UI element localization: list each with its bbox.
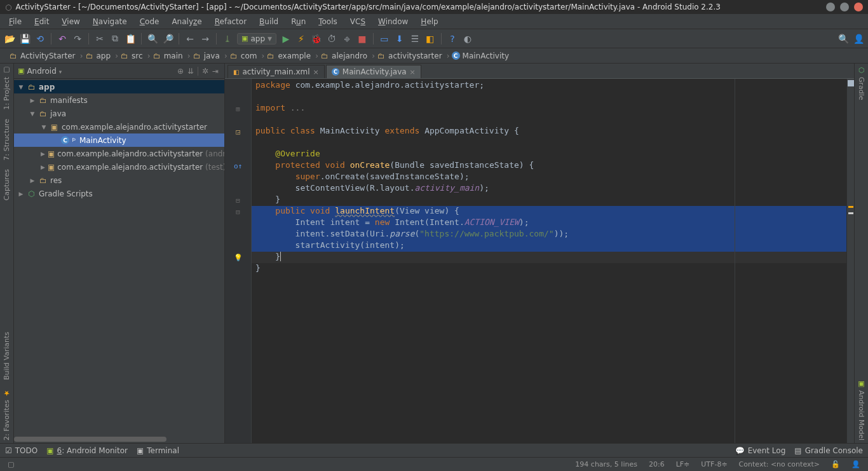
tree-node-gradle-scripts[interactable]: ▶ ⬡ Gradle Scripts xyxy=(14,187,224,200)
project-structure-icon[interactable]: ☰ xyxy=(409,33,421,44)
status-line-separator[interactable]: LF≑ xyxy=(674,460,693,468)
find-icon[interactable]: 🔍 xyxy=(147,33,158,44)
warning-mark[interactable] xyxy=(848,206,853,208)
paste-icon[interactable]: 📋 xyxy=(125,33,136,44)
tool-captures[interactable]: Captures xyxy=(3,169,11,200)
sdk-icon[interactable]: ⬇ xyxy=(394,33,405,44)
fold-icon[interactable]: ⊟ xyxy=(225,195,251,206)
menu-edit[interactable]: Edit xyxy=(29,16,54,27)
menu-window[interactable]: Window xyxy=(373,16,413,27)
error-stripe[interactable] xyxy=(846,79,854,443)
breadcrumb-item[interactable]: 🗀activitystarter xyxy=(373,51,448,61)
make-icon[interactable]: ⤓ xyxy=(222,33,233,44)
tool-event-log[interactable]: 💬Event Log xyxy=(735,446,786,455)
forward-icon[interactable]: → xyxy=(200,33,211,44)
override-gutter-icon[interactable]: o↑ xyxy=(225,160,251,172)
back-icon[interactable]: ← xyxy=(184,33,196,44)
user-icon[interactable]: 👤 xyxy=(853,33,864,44)
avd-icon[interactable]: ▭ xyxy=(379,33,390,44)
theme-icon[interactable]: ◐ xyxy=(462,33,473,44)
menu-run[interactable]: Run xyxy=(286,16,311,27)
breadcrumb-item[interactable]: 🗀java xyxy=(189,51,226,61)
menu-build[interactable]: Build xyxy=(254,16,283,27)
expand-arrow-icon[interactable]: ▼ xyxy=(29,111,36,117)
fold-icon[interactable]: ⊟ xyxy=(225,206,251,217)
tool-todo[interactable]: ☑TODO xyxy=(5,446,37,455)
breadcrumb-item[interactable]: 🗀example xyxy=(262,51,316,61)
hide-icon[interactable]: ⇥ xyxy=(210,67,220,76)
code-content[interactable]: package com.example.alejandro.activityst… xyxy=(252,79,846,443)
status-context[interactable]: Context: <no context> xyxy=(736,460,822,468)
layout-inspector-icon[interactable]: ◧ xyxy=(424,33,436,44)
menu-file[interactable]: File xyxy=(4,16,27,27)
expand-arrow-icon[interactable]: ▶ xyxy=(29,177,36,184)
menu-refactor[interactable]: Refactor xyxy=(210,16,252,27)
debug-icon[interactable]: 🐞 xyxy=(311,33,322,44)
tree-node-manifests[interactable]: ▶ 🗀 manifests xyxy=(14,93,224,107)
tool-favorites[interactable]: 2: Favorites★ xyxy=(3,389,11,440)
breadcrumb-item[interactable]: 🗀com xyxy=(226,51,263,61)
tool-terminal[interactable]: ▣Terminal xyxy=(137,446,179,455)
fold-icon[interactable]: ⊞ xyxy=(225,103,251,114)
menu-view[interactable]: View xyxy=(57,16,85,27)
project-view-dropdown[interactable]: Android ▾ xyxy=(27,67,175,76)
breadcrumb-item[interactable]: CMainActivity xyxy=(448,51,515,61)
breadcrumb-item[interactable]: 🗀ActivityStarter xyxy=(5,51,81,61)
lock-icon[interactable]: 🔓 xyxy=(829,460,843,468)
tree-node-java[interactable]: ▼ 🗀 java xyxy=(14,107,224,120)
breadcrumb-item[interactable]: 🗀alejandro xyxy=(316,51,373,61)
hector-icon[interactable]: 👤 xyxy=(849,460,863,468)
expand-arrow-icon[interactable]: ▼ xyxy=(41,124,47,130)
expand-arrow-icon[interactable]: ▶ xyxy=(41,151,45,157)
run-config-dropdown[interactable]: ▣ app ▼ xyxy=(237,33,276,44)
replace-icon[interactable]: 🔎 xyxy=(162,33,173,44)
tool-project[interactable]: 1: Project▢ xyxy=(3,66,11,110)
horizontal-scrollbar[interactable] xyxy=(14,437,166,442)
menu-help[interactable]: Help xyxy=(416,16,443,27)
breadcrumb-item[interactable]: 🗀src xyxy=(116,51,149,61)
collapse-all-icon[interactable]: ⇊ xyxy=(186,67,196,76)
profile-icon[interactable]: ⏱ xyxy=(326,33,337,44)
tree-node-res[interactable]: ▶ 🗀 res xyxy=(14,174,224,187)
run-icon[interactable]: ▶ xyxy=(280,33,292,44)
menu-code[interactable]: Code xyxy=(135,16,165,27)
minimize-button[interactable] xyxy=(826,3,835,11)
save-icon[interactable]: 💾 xyxy=(19,33,31,44)
close-tab-icon[interactable]: × xyxy=(410,68,416,76)
menu-tools[interactable]: Tools xyxy=(313,16,342,27)
editor-tab-activity-main[interactable]: ◧ activity_main.xml × xyxy=(227,65,325,78)
tree-node-package-test[interactable]: ▶ ▣ com.example.alejandro.activitystarte… xyxy=(14,160,224,174)
status-icon[interactable]: ▢ xyxy=(5,460,17,468)
search-everywhere-icon[interactable]: 🔍 xyxy=(837,33,849,44)
expand-arrow-icon[interactable]: ▶ xyxy=(29,97,36,104)
editor-tab-mainactivity[interactable]: C MainActivity.java × xyxy=(326,65,421,78)
close-button[interactable] xyxy=(854,3,863,11)
tool-gradle-console[interactable]: ▤Gradle Console xyxy=(794,446,863,455)
status-encoding[interactable]: UTF-8≑ xyxy=(698,460,729,468)
tree-node-package[interactable]: ▼ ▣ com.example.alejandro.activitystarte… xyxy=(14,120,224,133)
stop-icon[interactable]: ■ xyxy=(356,33,368,44)
override-gutter-icon[interactable]: ◲ xyxy=(225,126,251,137)
tool-android-model[interactable]: ▣Android Model xyxy=(857,379,865,440)
undo-icon[interactable]: ↶ xyxy=(57,33,68,44)
status-caret-position[interactable]: 20:6 xyxy=(646,460,667,468)
scroll-from-source-icon[interactable]: ⊕ xyxy=(175,67,186,76)
attach-icon[interactable]: ⎆ xyxy=(341,33,353,44)
help-icon[interactable]: ? xyxy=(447,33,458,44)
cut-icon[interactable]: ✂ xyxy=(94,33,105,44)
inspection-status-icon[interactable] xyxy=(848,80,854,86)
tree-node-mainactivity[interactable]: C 🏳 MainActivity xyxy=(14,133,224,147)
tool-build-variants[interactable]: Build Variants xyxy=(3,332,11,380)
expand-arrow-icon[interactable]: ▶ xyxy=(41,164,45,170)
expand-arrow-icon[interactable]: ▼ xyxy=(18,84,24,90)
apply-changes-icon[interactable]: ⚡ xyxy=(295,33,307,44)
tree-node-package-androidtest[interactable]: ▶ ▣ com.example.alejandro.activitystarte… xyxy=(14,147,224,160)
code-editor[interactable]: ⊞ ◲ o↑ ⊟ ⊟ 💡 package com.example.alejand… xyxy=(225,79,854,443)
tool-gradle[interactable]: ⬡Gradle xyxy=(857,66,865,100)
breadcrumb-item[interactable]: 🗀main xyxy=(149,51,189,61)
open-icon[interactable]: 📂 xyxy=(4,33,15,44)
intention-bulb-icon[interactable]: 💡 xyxy=(234,254,243,262)
maximize-button[interactable] xyxy=(840,3,849,11)
close-tab-icon[interactable]: × xyxy=(313,68,319,76)
menu-vcs[interactable]: VCS xyxy=(345,16,370,27)
